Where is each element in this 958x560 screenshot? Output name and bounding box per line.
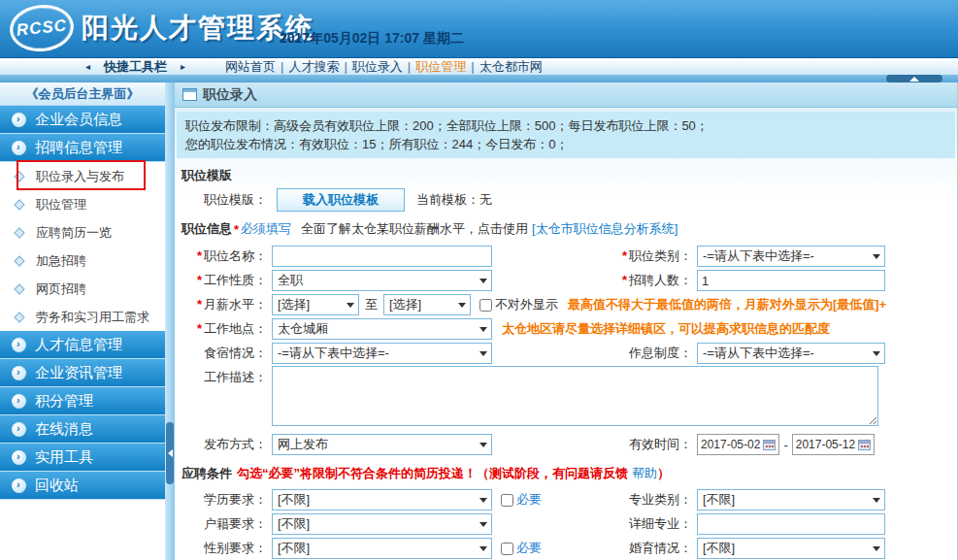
sidebar-subitem-label: 劳务和实习用工需求 <box>36 309 149 326</box>
salary-hidden-checkbox[interactable] <box>479 299 492 312</box>
valid-end-date-picker[interactable]: 2017-05-12 <box>792 434 875 455</box>
sidebar-item-company-news-management[interactable]: 企业资讯管理 <box>0 359 165 387</box>
nav-separator: | <box>408 59 411 74</box>
chevron-right-circle-icon <box>12 394 26 409</box>
collapse-left-handle[interactable] <box>166 422 174 484</box>
publish-limits-box: 职位发布限制：高级会员有效职位上限：200；全部职位上限：500；每日发布职位上… <box>177 112 955 158</box>
conditions-heading-row: 应聘条件 勾选“必要”将限制不符合条件的简历投递！（测试阶段，有问题请反馈 帮助… <box>182 465 957 482</box>
sidebar-item-company-member-info[interactable]: 企业会员信息 <box>0 106 165 134</box>
valid-end-date: 2017-05-12 <box>796 438 855 451</box>
diamond-icon <box>14 255 24 266</box>
job-category-label: *职位类别： <box>494 247 697 265</box>
education-label: 学历要求： <box>175 491 272 509</box>
household-label: 户籍要求： <box>175 515 272 533</box>
sidebar-item-recycle-bin[interactable]: 回收站 <box>0 472 165 500</box>
conditions-warning-close: ） <box>657 465 670 482</box>
help-link[interactable]: 帮助 <box>632 465 657 482</box>
headcount-input[interactable] <box>697 270 885 291</box>
gender-select[interactable]: [不限] <box>272 538 492 559</box>
dropdown-arrow-icon <box>458 303 466 308</box>
description-textarea[interactable] <box>272 366 878 426</box>
chevron-right-circle-icon <box>12 450 26 465</box>
job-type-label: *工作性质： <box>175 272 272 289</box>
quick-toolbar-band: ◂ 快捷工具栏 ▸ 网站首页 | 人才搜索 | 职位录入 | 职位管理 | 太仓… <box>0 58 958 75</box>
dropdown-arrow-icon <box>479 279 487 283</box>
salary-analysis-link[interactable]: [太仓市职位信息分析系统] <box>532 220 677 238</box>
chevron-right-circle-icon <box>12 366 26 380</box>
toolbar-right-arrow-icon[interactable]: ▸ <box>181 61 185 72</box>
job-category-select[interactable]: -=请从下表中选择=- <box>697 246 885 267</box>
diamond-icon <box>14 312 24 322</box>
description-label: 工作描述： <box>175 366 272 386</box>
valid-start-date-picker[interactable]: 2017-05-02 <box>697 434 779 455</box>
salary-to-word: 至 <box>365 296 378 313</box>
salary-label: *月薪水平： <box>175 296 272 313</box>
required-star: * <box>197 297 202 312</box>
sidebar-subitem-urgent-recruit[interactable]: 加急招聘 <box>0 247 165 275</box>
headcount-label: *招聘人数： <box>494 272 697 289</box>
quick-toolbar-label: 快捷工具栏 <box>104 58 167 76</box>
required-star: * <box>622 273 627 287</box>
dropdown-arrow-icon <box>479 443 487 447</box>
form-row: *工作地点： 太仓城厢 太仓地区请尽量选择详细镇区，可以提高求职信息的匹配度 <box>175 317 957 341</box>
chevron-right-circle-icon <box>12 141 26 155</box>
sidebar-item-label: 企业会员信息 <box>35 111 122 129</box>
form-row: *工作性质： 全职 *招聘人数： <box>175 269 957 292</box>
sidebar-subitem-job-management[interactable]: 职位管理 <box>0 190 165 218</box>
sidebar-item-label: 实用工具 <box>35 448 93 467</box>
load-template-button[interactable]: 载入职位模板 <box>277 188 405 212</box>
header-collapse-bar <box>0 75 958 82</box>
major-detail-input[interactable] <box>697 513 885 535</box>
sidebar-item-practical-tools[interactable]: 实用工具 <box>0 444 165 472</box>
nav-talent-search[interactable]: 人才搜索 <box>288 58 339 76</box>
calendar-icon <box>763 439 776 450</box>
publish-mode-select[interactable]: 网上发布 <box>272 434 492 455</box>
job-type-select[interactable]: 全职 <box>272 270 492 291</box>
salary-min-select[interactable]: [选择] <box>272 294 359 315</box>
sidebar-title: 《会员后台主界面》 <box>0 82 165 106</box>
required-star: * <box>622 248 627 263</box>
nav-separator: | <box>471 59 474 74</box>
sidebar-subitem-web-recruit[interactable]: 网页招聘 <box>0 275 165 303</box>
collapse-left-icon <box>168 449 173 457</box>
form-row: 工作描述： <box>175 366 957 426</box>
major-detail-label: 详细专业： <box>494 515 697 533</box>
location-select[interactable]: 太仓城厢 <box>272 318 492 340</box>
board-select[interactable]: -=请从下表中选择=- <box>272 343 492 364</box>
nav-site-home[interactable]: 网站首页 <box>225 58 276 76</box>
sidebar-item-talent-info-management[interactable]: 人才信息管理 <box>0 331 165 359</box>
marital-select[interactable]: [不限] <box>697 538 885 559</box>
dropdown-arrow-icon <box>479 522 487 527</box>
salary-hidden-label: 不对外显示 <box>495 296 558 313</box>
sidebar-subitem-resume-list[interactable]: 应聘简历一览 <box>0 218 165 247</box>
diamond-icon <box>14 199 24 210</box>
salary-max-select[interactable]: [选择] <box>383 294 471 315</box>
household-select[interactable]: [不限] <box>272 513 492 535</box>
nav-job-management[interactable]: 职位管理 <box>415 58 466 76</box>
dropdown-arrow-icon <box>873 351 880 356</box>
nav-job-entry[interactable]: 职位录入 <box>352 58 403 76</box>
job-name-label: *职位名称： <box>175 247 272 265</box>
education-select[interactable]: [不限] <box>272 489 492 511</box>
collapse-up-icon <box>909 77 919 82</box>
sidebar-item-online-messages[interactable]: 在线消息 <box>0 415 165 444</box>
diamond-icon <box>14 171 24 181</box>
dropdown-arrow-icon <box>347 303 354 308</box>
form-row: 学历要求： [不限] 必要 专业类别： [不限] <box>175 488 957 511</box>
form-row: *月薪水平： [选择] 至 [选择] 不对外显示 最高值不得大于最低值的两倍，月… <box>175 293 957 316</box>
major-category-select[interactable]: [不限] <box>697 489 885 511</box>
sidebar-subitem-labor-intern-demand[interactable]: 劳务和实习用工需求 <box>0 303 165 331</box>
template-row: 职位模版： 载入职位模板 当前模板： 无 <box>175 187 957 213</box>
collapse-up-handle[interactable] <box>886 75 942 82</box>
schedule-select[interactable]: -=请从下表中选择=- <box>697 343 885 364</box>
sidebar-splitter[interactable] <box>165 82 175 560</box>
toolbar-left-arrow-icon[interactable]: ◂ <box>85 61 90 72</box>
calendar-icon <box>858 439 871 450</box>
nav-taicang-city-net[interactable]: 太仓都市网 <box>479 58 543 76</box>
required-star: * <box>197 248 202 263</box>
required-star: * <box>197 273 202 287</box>
sidebar-subitem-job-entry-publish[interactable]: 职位录入与发布 <box>0 162 165 190</box>
job-name-input[interactable] <box>272 246 492 267</box>
sidebar-item-recruit-info-management[interactable]: 招聘信息管理 <box>0 134 165 162</box>
sidebar-item-points-management[interactable]: 积分管理 <box>0 387 165 415</box>
